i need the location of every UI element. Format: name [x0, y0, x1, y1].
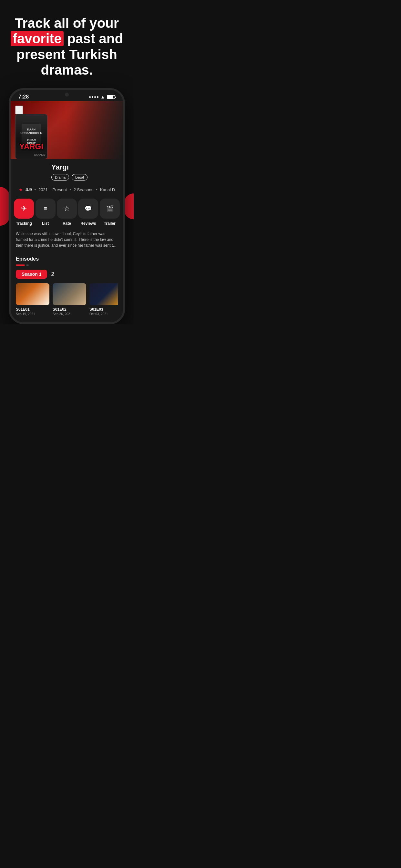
- trailer-label: Trailer: [104, 221, 116, 226]
- hero-section: Track all of your favorite past and pres…: [0, 0, 134, 88]
- trailer-icon-wrap: 🎬: [100, 198, 120, 219]
- notch-camera: [65, 93, 69, 97]
- notch: [51, 90, 83, 99]
- list-label: List: [42, 221, 49, 226]
- tracking-button[interactable]: ✈ Tracking: [14, 198, 34, 226]
- poster-title: YARGI: [19, 142, 43, 151]
- rating-value: 4.9: [26, 187, 32, 192]
- tracking-icon: ✈: [21, 205, 27, 213]
- episode-date-2: Sep 26, 2021: [53, 312, 86, 316]
- star-icon: ★: [19, 187, 23, 192]
- status-bar: 7:28 ▲: [11, 90, 123, 101]
- list-icon: ≡: [43, 206, 47, 212]
- wifi-icon: ▲: [100, 94, 105, 99]
- list-button[interactable]: ≡ List: [35, 198, 56, 226]
- tracking-label: Tracking: [16, 221, 32, 226]
- indicator-active: [16, 265, 25, 266]
- reviews-button[interactable]: 💬 Reviews: [78, 198, 98, 226]
- indicator-inactive: [26, 265, 29, 266]
- season-2-number[interactable]: 2: [51, 271, 54, 278]
- episode-thumbnail-1: [16, 283, 50, 305]
- status-time: 7:28: [19, 94, 29, 100]
- reviews-icon-wrap: 💬: [78, 198, 98, 219]
- tracking-icon-wrap: ✈: [14, 198, 34, 219]
- show-hero-image: ← KAANURDANCIOGLUPINARDENIZ YARGI KANAL …: [11, 101, 123, 159]
- action-buttons: ✈ Tracking ≡ List ☆ Rate 💬 Revie: [11, 196, 123, 227]
- episode-thumbnail-2: [53, 283, 86, 305]
- episode-card-3[interactable]: S01E03 Oct 03, 2021: [89, 283, 118, 316]
- show-info-section: Yargı Drama Legal: [11, 159, 123, 183]
- hero-title: Track all of your favorite past and pres…: [8, 16, 126, 78]
- seasons-count: 2 Seasons: [73, 187, 93, 192]
- show-poster: KAANURDANCIOGLUPINARDENIZ YARGI KANAL D: [15, 114, 48, 159]
- show-title: Yargı: [51, 163, 118, 172]
- hero-highlight: favorite: [11, 31, 64, 46]
- season-1-button[interactable]: Season 1: [16, 270, 47, 279]
- reviews-label: Reviews: [81, 221, 96, 226]
- phone-mockup: 7:28 ▲ ← KAANURDANC: [0, 88, 134, 324]
- show-title-row: Yargı Drama Legal: [16, 163, 118, 181]
- episode-cards-row: S01E01 Sep 19, 2021 S01E02 Sep 26, 2021 …: [16, 283, 118, 318]
- trailer-button[interactable]: 🎬 Trailer: [100, 198, 120, 226]
- rating-row: ★ 4.9 • 2021 – Present • 2 Seasons • Kan…: [11, 183, 123, 196]
- back-button[interactable]: ←: [15, 105, 23, 114]
- year-range: 2021 – Present: [38, 187, 67, 192]
- episode-date-1: Sep 19, 2021: [16, 312, 50, 316]
- signal-dots: [89, 96, 98, 98]
- trailer-icon: 🎬: [106, 205, 113, 212]
- genre-legal: Legal: [72, 174, 88, 181]
- episode-code-3: S01E03: [89, 307, 118, 312]
- episode-card-2[interactable]: S01E02 Sep 26, 2021: [53, 283, 86, 316]
- description-text: While she was still in law school, Ceyli…: [16, 231, 118, 248]
- reviews-icon: 💬: [85, 205, 92, 212]
- network: Kanal D: [100, 187, 115, 192]
- phone-frame: 7:28 ▲ ← KAANURDANC: [9, 88, 125, 324]
- rate-icon: ☆: [64, 205, 70, 213]
- status-icons: ▲: [89, 94, 115, 99]
- genre-tags: Drama Legal: [51, 174, 118, 181]
- list-icon-wrap: ≡: [35, 198, 56, 219]
- genre-drama: Drama: [51, 174, 69, 181]
- episodes-indicator: [16, 265, 118, 266]
- red-decoration-left: [0, 187, 10, 226]
- episode-code-2: S01E02: [53, 307, 86, 312]
- episodes-section: Episodes Season 1 2 S01E01 Sep 19, 2021: [11, 252, 123, 322]
- battery-icon: [107, 95, 115, 99]
- red-decoration-right: [124, 193, 134, 219]
- show-description: While she was still in law school, Ceyli…: [11, 227, 123, 252]
- rate-label: Rate: [63, 221, 71, 226]
- rate-icon-wrap: ☆: [57, 198, 77, 219]
- rate-button[interactable]: ☆ Rate: [57, 198, 77, 226]
- episode-date-3: Oct 03, 2021: [89, 312, 118, 316]
- episode-thumbnail-3: [89, 283, 118, 305]
- episodes-title: Episodes: [16, 256, 118, 262]
- season-selector: Season 1 2: [16, 270, 118, 279]
- episode-code-1: S01E01: [16, 307, 50, 312]
- episode-card-1[interactable]: S01E01 Sep 19, 2021: [16, 283, 50, 316]
